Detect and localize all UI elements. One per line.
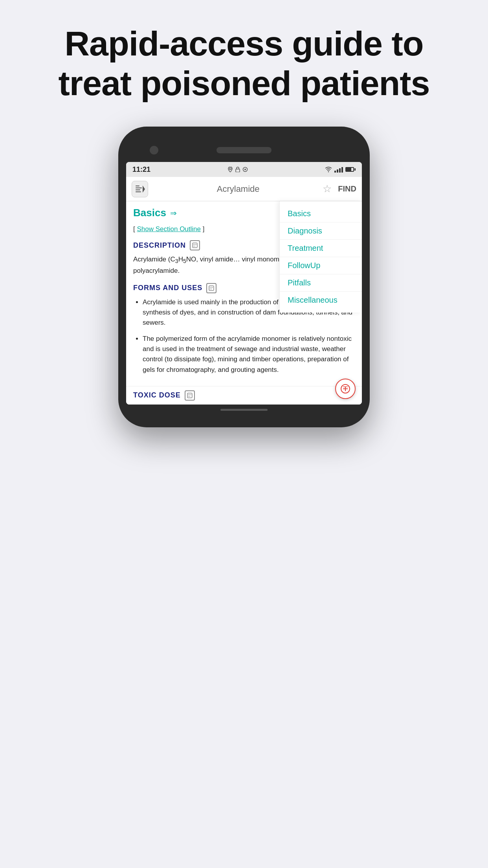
nav-item-basics[interactable]: Basics [280,205,362,223]
arrow-right-icon: ⇒ [170,208,177,218]
status-time: 11:21 [132,166,150,174]
status-icons-right [325,166,356,173]
status-bar: 11:21 [126,162,362,177]
nav-item-diagnosis[interactable]: Diagnosis [280,223,362,240]
basics-label: Basics [133,207,166,219]
svg-rect-5 [136,186,139,186]
phone-screen: 11:21 [126,162,362,405]
svg-point-12 [194,244,195,245]
svg-point-26 [188,396,189,397]
app-title: Acrylamide [154,184,323,194]
svg-rect-10 [193,243,197,248]
svg-rect-7 [136,189,140,190]
app-logo[interactable] [132,181,148,197]
svg-point-0 [229,168,231,170]
svg-point-4 [328,171,329,172]
description-section-icon[interactable] [190,240,200,250]
nav-item-pitfalls[interactable]: Pitfalls [280,274,362,292]
svg-rect-16 [209,286,214,291]
svg-rect-1 [236,169,240,172]
svg-point-11 [193,244,194,245]
svg-marker-9 [143,186,145,193]
svg-point-19 [212,287,213,288]
hero-title: Rapid-access guide to treat poisoned pat… [0,0,488,123]
phone-top-bar [126,138,362,162]
toxic-dose-section-icon[interactable] [185,390,195,401]
outline-bracket-open: [ [133,225,135,233]
nav-item-followup[interactable]: FollowUp [280,257,362,274]
location-icon [227,167,233,172]
lock-icon [235,167,240,172]
svg-point-23 [188,394,189,395]
svg-rect-6 [136,188,142,188]
find-button[interactable]: FIND [338,184,356,193]
outline-bracket-close: ] [203,225,205,233]
svg-rect-22 [187,393,192,398]
app-header: Acrylamide ☆ FIND [126,177,362,201]
svg-point-3 [244,169,246,170]
signal-bars [334,166,343,173]
svg-rect-8 [136,191,141,192]
favorite-button[interactable]: ☆ [323,183,332,195]
svg-point-13 [196,244,196,245]
phone-mockup: 11:21 [118,127,370,427]
nav-item-treatment[interactable]: Treatment [280,240,362,257]
wifi-icon [325,167,332,172]
show-section-outline-link[interactable]: Show Section Outline [137,225,201,233]
svg-point-15 [194,246,195,246]
svg-point-21 [211,289,212,289]
toxic-dose-heading: TOXIC DOSE [126,386,362,405]
nav-item-miscellaneous[interactable]: Miscellaneous [280,292,362,309]
fab-button[interactable] [335,379,356,399]
battery-indicator [345,167,356,172]
svg-point-18 [211,287,212,288]
phone-camera [150,146,158,154]
section-nav-overlay: Basics Diagnosis Treatment FollowUp Pitf… [279,201,362,313]
svg-point-14 [193,246,194,246]
svg-point-27 [189,396,190,397]
content-wrapper: Basics Diagnosis Treatment FollowUp Pitf… [126,201,362,405]
status-icons-left [227,167,248,172]
sync-icon [242,167,248,172]
header-actions: ☆ FIND [323,183,356,195]
phone-speaker [216,147,272,153]
svg-point-17 [210,287,211,288]
forms-uses-heading-text: FORMS AND USES [133,284,202,292]
svg-point-24 [189,394,190,395]
bullet-item-2: The polymerized form of the acrylamide m… [143,334,356,375]
fab-icon [340,384,350,394]
description-heading-text: DESCRIPTION [133,241,186,250]
forms-uses-section-icon[interactable] [206,283,216,293]
toxic-dose-heading-text: TOXIC DOSE [133,391,181,399]
svg-point-25 [191,394,191,395]
svg-point-20 [210,289,211,289]
